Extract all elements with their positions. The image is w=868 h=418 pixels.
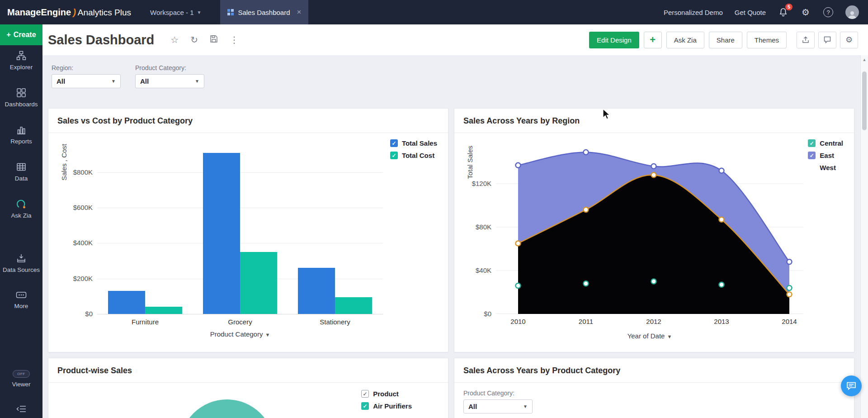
checkbox-checked-icon[interactable]: ✓ <box>361 402 369 410</box>
edit-design-button[interactable]: Edit Design <box>589 32 639 48</box>
card4-filter-dropdown[interactable]: All ▼ <box>463 399 533 413</box>
legend-label: Total Cost <box>402 152 434 159</box>
sidebar-item-explorer[interactable]: Explorer <box>0 45 42 82</box>
brand-analytics-plus: Analytics Plus <box>78 8 131 18</box>
bar-x-axis-title[interactable]: Product Category▼ <box>97 330 383 338</box>
comments-button[interactable] <box>818 32 836 48</box>
settings-gear-icon[interactable]: ⚙ <box>800 7 811 18</box>
workspace-selector[interactable]: Workspace - 1 ▼ <box>150 9 201 16</box>
y-tick-label: $400K <box>73 239 93 247</box>
notifications-bell-icon[interactable]: 5 <box>778 7 788 18</box>
vertical-scrollbar[interactable]: ▲ <box>860 55 868 418</box>
refresh-icon[interactable]: ↻ <box>190 34 198 45</box>
area-y-axis-title: Total Sales <box>465 146 474 179</box>
page-header: Sales Dashboard ☆ ↻ ⋮ Edit Design + Ask … <box>42 24 868 55</box>
card-product-wise-sales: Product-wise Sales ✓ Product ✓ Air Purif… <box>48 358 448 418</box>
save-icon[interactable] <box>210 35 218 45</box>
bar-y-axis-title: Sales , Cost <box>59 144 68 180</box>
pie-chart-partial[interactable] <box>179 399 274 418</box>
card-title: Sales Across Years by Product Category <box>463 366 845 375</box>
sidebar-item-data[interactable]: Data <box>0 157 42 194</box>
legend-item-air-purifiers[interactable]: ✓ Air Purifiers <box>361 402 412 410</box>
legend-label: Central <box>820 139 843 147</box>
bar[interactable] <box>108 291 145 314</box>
sidebar-item-label: Explorer <box>10 64 33 71</box>
sidebar-item-viewer[interactable]: OFF Viewer <box>0 365 42 402</box>
category-filter-value: All <box>140 77 149 85</box>
main-area: Sales Dashboard ☆ ↻ ⋮ Edit Design + Ask … <box>42 24 868 418</box>
legend-item-total-cost[interactable]: ✓ Total Cost <box>390 152 437 159</box>
checkbox-checked-icon[interactable]: ✓ <box>361 390 369 398</box>
area-x-axis-title[interactable]: Year of Date▼ <box>496 332 803 340</box>
card-sales-across-years-region: Sales Across Years by Region ✓ Central ✓… <box>454 108 854 352</box>
sidebar-item-more[interactable]: More <box>0 285 42 322</box>
checkbox-checked-icon[interactable]: ✓ <box>808 139 816 147</box>
pie-chart-legend: ✓ Product ✓ Air Purifiers <box>361 390 412 410</box>
themes-button[interactable]: Themes <box>747 32 787 48</box>
dashboard-grid-icon <box>227 9 234 15</box>
page-title: Sales Dashboard <box>48 33 154 48</box>
sidebar-item-label: Viewer <box>12 381 30 388</box>
chevron-down-icon: ▼ <box>111 79 116 84</box>
checkbox-checked-icon[interactable]: ✓ <box>808 164 816 171</box>
bar[interactable] <box>240 252 277 314</box>
chat-support-button[interactable] <box>841 375 862 396</box>
sidebar-item-data-sources[interactable]: Data Sources <box>0 248 42 285</box>
bar-x-axis: FurnitureGroceryStationery <box>97 318 383 326</box>
favorite-star-icon[interactable]: ☆ <box>170 34 179 45</box>
ask-zia-button[interactable]: Ask Zia <box>666 32 704 48</box>
tab-sales-dashboard[interactable]: Sales Dashboard × <box>220 0 308 24</box>
scrollbar-thumb[interactable] <box>862 71 867 130</box>
checkbox-checked-icon[interactable]: ✓ <box>390 139 398 147</box>
legend-item-central[interactable]: ✓ Central <box>808 139 843 147</box>
personalized-demo-link[interactable]: Personalized Demo <box>664 9 723 16</box>
sidebar-item-reports[interactable]: Reports <box>0 119 42 157</box>
sidebar-item-label: Reports <box>10 138 32 145</box>
sidebar-item-ask-zia[interactable]: Ask Zia <box>0 194 42 231</box>
share-button[interactable]: Share <box>709 32 742 48</box>
bar[interactable] <box>145 307 182 314</box>
legend-item-west[interactable]: ✓ West <box>808 164 843 171</box>
kebab-menu-icon[interactable]: ⋮ <box>230 34 239 45</box>
bar[interactable] <box>203 153 240 314</box>
sidebar-item-label: Ask Zia <box>11 212 31 219</box>
collapse-sidebar-icon[interactable] <box>0 402 42 418</box>
y-tick-label: $200K <box>73 275 93 282</box>
checkbox-checked-icon[interactable]: ✓ <box>808 152 816 159</box>
legend-label: West <box>820 164 836 171</box>
explorer-icon <box>16 51 26 61</box>
bar[interactable] <box>335 297 372 314</box>
x-tick-label: Stationery <box>298 318 372 326</box>
help-icon[interactable]: ? <box>823 7 834 18</box>
region-filter-label: Region: <box>52 64 121 71</box>
dashboard-settings-gear-icon[interactable]: ⚙ <box>840 32 858 48</box>
category-filter-dropdown[interactable]: All ▼ <box>135 74 204 88</box>
add-widget-button[interactable]: + <box>644 32 662 48</box>
scroll-up-arrow-icon[interactable]: ▲ <box>861 55 868 62</box>
region-filter: Region: All ▼ <box>52 64 121 88</box>
dashboard-content: Region: All ▼ Product Category: All ▼ Sa… <box>42 55 868 418</box>
legend-item-total-sales[interactable]: ✓ Total Sales <box>390 139 437 147</box>
close-tab-icon[interactable]: × <box>297 8 302 17</box>
create-label: Create <box>14 31 36 39</box>
brand-manageengine: ManageEngine <box>7 7 71 18</box>
checkbox-checked-icon[interactable]: ✓ <box>390 152 398 159</box>
region-filter-dropdown[interactable]: All ▼ <box>52 74 121 88</box>
bar-chart-plot <box>97 144 383 314</box>
bar[interactable] <box>298 268 335 314</box>
more-icon <box>16 290 27 299</box>
user-avatar[interactable] <box>845 5 859 19</box>
card-title: Sales vs Cost by Product Category <box>57 116 439 126</box>
get-quote-link[interactable]: Get Quote <box>735 9 766 16</box>
legend-item-east[interactable]: ✓ East <box>808 152 843 159</box>
export-button[interactable] <box>797 32 815 48</box>
area-chart-plot <box>496 146 803 314</box>
category-filter-label: Product Category: <box>135 64 204 71</box>
viewer-toggle[interactable]: OFF <box>13 370 30 378</box>
create-button[interactable]: + Create <box>0 24 42 45</box>
sidebar-item-dashboards[interactable]: Dashboards <box>0 82 42 119</box>
legend-item-product[interactable]: ✓ Product <box>361 390 412 398</box>
chevron-down-icon: ▼ <box>523 404 528 409</box>
card4-filter-value: All <box>468 403 477 410</box>
category-filter: Product Category: All ▼ <box>135 64 204 88</box>
